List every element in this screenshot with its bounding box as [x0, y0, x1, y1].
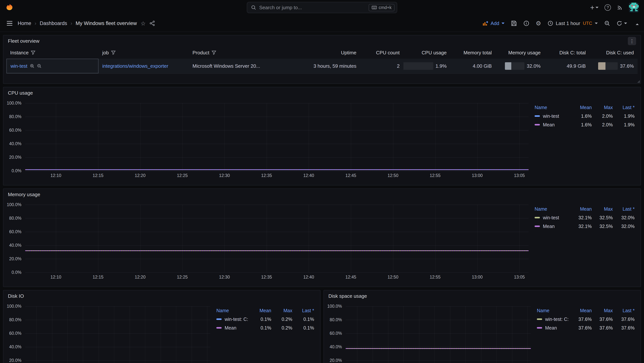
legend-column-name[interactable]: Name [216, 308, 250, 313]
zoom-out-time-button[interactable] [604, 20, 610, 26]
chart-legend: NameMeanMaxLast *win-test1.6%2.0%1.9%Mea… [528, 103, 638, 179]
gridline [56, 205, 56, 272]
save-dashboard-button[interactable] [511, 20, 517, 26]
legend-column-mean[interactable]: Mean [571, 206, 592, 212]
dashboard-insights-button[interactable] [523, 20, 529, 26]
job-link[interactable]: integrations/windows_exporter [102, 63, 168, 69]
filter-for-value-icon[interactable] [30, 64, 34, 69]
y-axis: 100.0%80.0%60.0%40.0%20.0%0.0% [4, 306, 25, 363]
disk-total-cell: 49.9 GiB [544, 63, 590, 69]
plot-area[interactable] [25, 103, 528, 171]
add-panel-button[interactable]: Add [482, 20, 504, 26]
column-header-product[interactable]: Product [189, 50, 296, 56]
favorite-star-icon[interactable]: ☆ [140, 20, 146, 27]
filter-out-value-icon[interactable] [37, 64, 42, 69]
cpu-usage-gauge [404, 62, 433, 70]
column-header-memory-usage[interactable]: Memory usage [496, 50, 544, 56]
legend-column-name[interactable]: Name [537, 308, 571, 313]
gridline [224, 103, 225, 171]
news-button[interactable] [617, 5, 623, 11]
instance-link[interactable]: win-test [10, 63, 28, 69]
y-axis-label: 80.0% [9, 114, 22, 119]
column-header-memory-total[interactable]: Memory total [450, 50, 496, 56]
menu-toggle-button[interactable] [5, 20, 14, 27]
legend-value: 32.0% [613, 215, 634, 220]
legend-column-last[interactable]: Last * [613, 105, 634, 110]
legend-row: win-test: C:0.1%0.2%0.1% [216, 315, 314, 323]
grafana-logo[interactable] [5, 3, 14, 12]
gridline [36, 306, 37, 363]
legend-column-max[interactable]: Max [592, 308, 613, 313]
gridline [207, 306, 207, 363]
x-axis-label: 12:40 [303, 173, 314, 178]
refresh-button[interactable] [616, 21, 627, 26]
legend-series-name[interactable]: Mean [534, 224, 571, 229]
legend-column-last[interactable]: Last * [613, 308, 634, 313]
breadcrumb-home[interactable]: Home [18, 21, 31, 26]
legend-column-last[interactable]: Last * [292, 308, 314, 313]
search-placeholder: Search or jump to... [259, 5, 366, 11]
column-header-job[interactable]: job [98, 50, 189, 56]
new-menu-button[interactable]: + [590, 4, 598, 11]
gridline [512, 306, 512, 363]
legend-series-name[interactable]: win-test [534, 113, 571, 119]
legend-series-name[interactable]: Mean [537, 325, 571, 331]
column-header-disk-total[interactable]: Disk C: total [544, 50, 590, 56]
legend-column-name[interactable]: Name [534, 206, 571, 212]
user-avatar[interactable] [629, 3, 639, 13]
memory-usage-cell: 32.0% [496, 62, 544, 70]
x-axis-label: 12:30 [219, 275, 230, 280]
gridline [25, 259, 528, 259]
filter-icon[interactable] [31, 50, 35, 55]
legend-series-name[interactable]: Mean [216, 325, 250, 331]
search-input[interactable]: Search or jump to... cmd+k [247, 2, 397, 13]
panel-menu-button[interactable]: ⋮ [628, 37, 636, 45]
y-axis-label: 40.0% [330, 344, 342, 349]
plot-area[interactable] [25, 306, 210, 363]
legend-column-mean[interactable]: Mean [571, 308, 592, 313]
filter-icon[interactable] [111, 50, 116, 55]
legend-column-last[interactable]: Last * [613, 206, 634, 212]
dashboard-settings-button[interactable]: ⚙ [536, 20, 541, 26]
gridline [346, 360, 531, 361]
panel-resize-handle[interactable] [637, 80, 640, 83]
time-range-picker[interactable]: Last 1 hour UTC [548, 21, 598, 26]
column-header-cpu-count[interactable]: CPU count [360, 50, 404, 56]
legend-value: 0.1% [250, 316, 271, 322]
breadcrumb-dashboards[interactable]: Dashboards [40, 21, 67, 26]
instance-cell[interactable]: win-test [6, 59, 98, 73]
gridline [519, 103, 520, 171]
legend-series-name[interactable]: win-test: C: [216, 316, 250, 322]
series-color-swatch [216, 318, 222, 320]
memory-usage-panel: Memory usage 100.0%80.0%60.0%40.0%20.0%0… [3, 188, 641, 287]
rss-icon [617, 5, 623, 11]
filter-icon[interactable] [212, 50, 216, 55]
x-axis-label: 12:55 [430, 275, 440, 280]
collapse-toolbar-button[interactable] [636, 21, 639, 26]
memory-usage-gauge [505, 62, 524, 70]
legend-column-max[interactable]: Max [271, 308, 292, 313]
gridline [114, 306, 114, 363]
legend-column-name[interactable]: Name [534, 105, 571, 110]
column-header-disk-used[interactable]: Disk C: used [590, 50, 638, 56]
keyboard-icon [372, 6, 377, 10]
legend-series-name[interactable]: win-test [534, 215, 571, 220]
legend-value: 0.2% [271, 316, 292, 322]
legend-column-mean[interactable]: Mean [250, 308, 271, 313]
column-header-instance[interactable]: Instance [6, 50, 98, 56]
legend-series-name[interactable]: Mean [534, 122, 571, 128]
share-icon[interactable] [150, 21, 155, 26]
series-line [25, 250, 528, 251]
legend-series-name[interactable]: win-test: C: [537, 316, 571, 322]
legend-column-mean[interactable]: Mean [571, 105, 592, 110]
legend-column-max[interactable]: Max [592, 206, 613, 212]
plot-area[interactable] [346, 306, 531, 363]
help-button[interactable]: ? [604, 4, 611, 11]
column-header-cpu-usage[interactable]: CPU usage [404, 50, 450, 56]
legend-row: Mean37.6%37.6%37.6% [537, 323, 634, 332]
plot-area[interactable] [25, 205, 528, 272]
gridline [25, 117, 528, 117]
column-header-uptime[interactable]: Uptime [296, 50, 360, 56]
gridline [309, 103, 309, 171]
legend-column-max[interactable]: Max [592, 105, 613, 110]
